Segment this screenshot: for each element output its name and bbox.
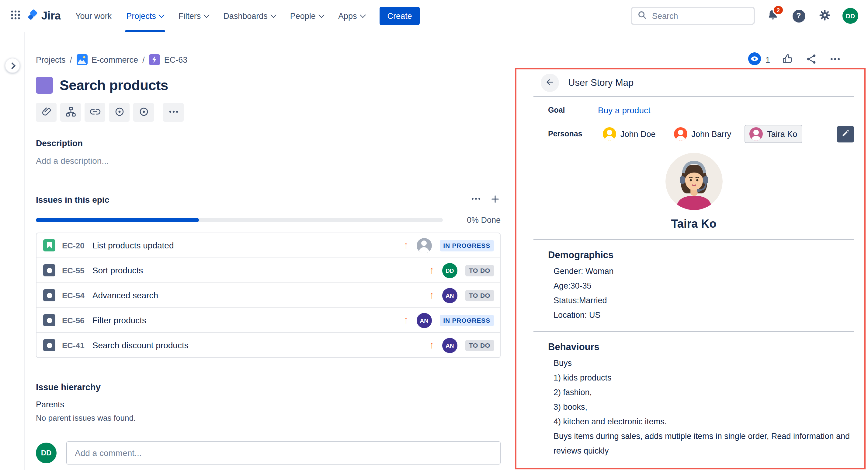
- search-input[interactable]: [651, 11, 748, 21]
- help-icon: [792, 9, 805, 22]
- persona-chip[interactable]: Taira Ko: [745, 125, 802, 143]
- paperclip-icon: [40, 106, 52, 119]
- issue-key-link[interactable]: EC-41: [62, 341, 85, 350]
- epic-more-button[interactable]: [470, 193, 482, 206]
- issue-type-icon: [43, 289, 55, 301]
- issue-key-link[interactable]: EC-20: [62, 241, 85, 250]
- nav-item[interactable]: People: [283, 0, 331, 32]
- issue-type-icon: [43, 239, 55, 252]
- status-badge[interactable]: TO DO: [465, 265, 494, 276]
- assignee-avatar[interactable]: AN: [416, 313, 432, 328]
- chevron-right-icon: [8, 62, 16, 69]
- nav-item[interactable]: Filters: [171, 0, 216, 32]
- help-button[interactable]: [790, 7, 807, 24]
- issue-type-icon: [43, 339, 55, 351]
- assignee-avatar[interactable]: DD: [442, 263, 457, 278]
- issue-row[interactable]: EC-55 Sort products ↑ DD TO DO: [36, 258, 500, 283]
- grid-icon: [10, 10, 20, 22]
- app-switcher-button[interactable]: [6, 7, 24, 25]
- issue-key-link[interactable]: EC-54: [62, 291, 85, 300]
- divider: [533, 239, 854, 240]
- issue-title: Search products: [60, 77, 168, 93]
- notifications-button[interactable]: 2: [764, 7, 781, 24]
- issue-toolbar: [36, 103, 501, 122]
- epic-progress-row: 0% Done: [36, 215, 501, 225]
- nav-item[interactable]: Dashboards: [216, 0, 283, 32]
- behaviours-list: Buys1) kids products2) fashion,3) books,…: [554, 356, 854, 459]
- nav-item-label: People: [290, 11, 316, 20]
- status-badge[interactable]: IN PROGRESS: [439, 240, 494, 251]
- share-button[interactable]: [805, 53, 817, 67]
- sidebar-expand-button[interactable]: [5, 58, 20, 73]
- create-button[interactable]: Create: [379, 7, 420, 25]
- breadcrumb-project-link[interactable]: E-commerce: [92, 55, 138, 64]
- scope-button[interactable]: [109, 103, 130, 122]
- user-avatar[interactable]: DD: [842, 8, 858, 24]
- description-placeholder[interactable]: Add a description...: [36, 156, 501, 166]
- attach-button[interactable]: [36, 103, 57, 122]
- status-badge[interactable]: TO DO: [465, 340, 494, 351]
- status-badge[interactable]: IN PROGRESS: [439, 315, 494, 326]
- share-icon: [805, 53, 817, 67]
- issue-summary[interactable]: Filter products: [92, 315, 146, 325]
- issue-row[interactable]: EC-54 Advanced search ↑ AN TO DO: [36, 283, 500, 308]
- issue-type-icon: [43, 264, 55, 276]
- target-icon: [138, 106, 149, 119]
- jira-logo[interactable]: Jira: [27, 8, 61, 24]
- breadcrumb-issue-key-link[interactable]: EC-63: [164, 55, 188, 64]
- assignee-avatar[interactable]: AN: [442, 288, 457, 303]
- persona-name: Taira Ko: [533, 217, 854, 231]
- demographics-heading: Demographics: [548, 249, 854, 261]
- issue-row[interactable]: EC-56 Filter products ↑ AN IN PROGRESS: [36, 308, 500, 333]
- issue-summary[interactable]: Advanced search: [92, 290, 158, 300]
- target-icon: [114, 106, 125, 119]
- divider: [533, 96, 854, 97]
- persona-hero: Taira Ko: [533, 153, 854, 231]
- comment-row: DD Add a comment...: [36, 441, 501, 465]
- nav-item[interactable]: Apps: [331, 0, 372, 32]
- demographic-line: Age:30-35: [554, 279, 854, 293]
- search-icon: [638, 10, 647, 22]
- more-actions-button[interactable]: [829, 53, 841, 67]
- issue-summary[interactable]: Search discount products: [92, 340, 189, 350]
- persona-name-label: John Doe: [620, 129, 656, 139]
- issue-row[interactable]: EC-41 Search discount products ↑ AN TO D…: [36, 333, 500, 357]
- user-story-map-panel: User Story Map Goal Buy a product Person…: [515, 68, 866, 469]
- watch-button[interactable]: 1: [748, 52, 770, 67]
- scope-button-secondary[interactable]: [133, 103, 154, 122]
- behaviour-line: Buys: [554, 356, 854, 371]
- edit-personas-button[interactable]: [837, 126, 854, 142]
- more-toolbar-button[interactable]: [163, 103, 184, 122]
- back-button[interactable]: [541, 74, 559, 92]
- breadcrumb-projects-link[interactable]: Projects: [36, 55, 66, 64]
- assignee-avatar[interactable]: AN: [442, 337, 457, 353]
- watchers-eye-icon: [748, 52, 762, 67]
- nav-item-label: Projects: [126, 11, 156, 20]
- nav-item[interactable]: Projects: [119, 0, 171, 32]
- issue-key-link[interactable]: EC-55: [62, 266, 85, 275]
- goal-link[interactable]: Buy a product: [598, 105, 651, 115]
- chevron-down-icon: [204, 11, 210, 18]
- epic-issues-actions: [470, 193, 501, 206]
- like-button[interactable]: [782, 53, 794, 67]
- status-badge[interactable]: TO DO: [465, 290, 494, 301]
- issue-row[interactable]: EC-20 List products updated ↑ IN PROGRES…: [36, 233, 500, 258]
- persona-chip[interactable]: John Doe: [598, 125, 660, 143]
- comment-input[interactable]: Add a comment...: [66, 441, 501, 465]
- link-issue-button[interactable]: [85, 103, 105, 122]
- add-child-issue-button[interactable]: [60, 103, 81, 122]
- issue-summary[interactable]: Sort products: [92, 265, 143, 275]
- issue-summary[interactable]: List products updated: [92, 240, 174, 250]
- hierarchy-icon: [65, 106, 76, 119]
- epic-progress-bar: [36, 218, 443, 222]
- settings-button[interactable]: [816, 7, 833, 24]
- divider: [36, 432, 501, 432]
- priority-up-icon: ↑: [429, 290, 434, 300]
- persona-chip[interactable]: John Barry: [669, 125, 736, 143]
- nav-item[interactable]: Your work: [68, 0, 119, 32]
- epic-add-issue-button[interactable]: [490, 193, 501, 206]
- persona-avatar: [749, 127, 763, 141]
- issue-key-link[interactable]: EC-56: [62, 316, 85, 325]
- persona-name-label: John Barry: [691, 129, 732, 139]
- assignee-avatar[interactable]: [416, 238, 432, 253]
